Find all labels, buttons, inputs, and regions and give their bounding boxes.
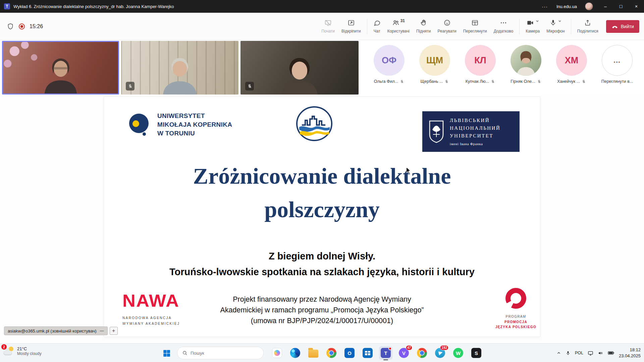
participant-name: Ханейчук ... — [557, 79, 580, 84]
battery-icon[interactable] — [608, 350, 614, 356]
video-tile-active-speaker[interactable] — [2, 41, 119, 95]
chrome-icon-2[interactable] — [415, 346, 429, 360]
notification-badge: 47 — [406, 345, 412, 350]
microphone-button[interactable]: Мікрофон — [543, 17, 568, 36]
chat-icon — [373, 19, 381, 26]
teams-app-icon — [4, 3, 10, 9]
mic-muted-icon — [126, 82, 135, 90]
slide-title: Zróżnicowanie dialektalne polszczyzny — [104, 159, 540, 226]
funding-text: Projekt finansowany przez Narodową Agenc… — [104, 294, 540, 326]
notification-badge: 2 — [1, 344, 7, 350]
file-explorer-icon[interactable] — [307, 346, 320, 360]
umk-logo: UNIWERSYTET MIKOŁAJA KOPERNIKA W TORUNIU — [129, 112, 232, 138]
microphone-icon — [549, 19, 557, 26]
hand-icon — [420, 19, 427, 26]
notification-badge: 192 — [440, 345, 448, 350]
smiley-icon — [443, 19, 451, 26]
video-tile-participant-3[interactable] — [240, 41, 359, 95]
copilot-icon[interactable] — [270, 346, 284, 360]
mic-muted-icon — [444, 79, 449, 84]
meeting-toolbar: 15:26 Почати Відкріпити Чат 31 Ко — [0, 13, 644, 40]
teams-icon[interactable]: T — [379, 346, 392, 360]
tray-time: 18:12 — [619, 347, 641, 353]
account-domain: lnu.edu.ua — [556, 4, 577, 9]
mic-muted-icon — [400, 79, 404, 84]
hang-up-icon — [611, 23, 618, 30]
chevron-down-icon[interactable] — [535, 19, 539, 23]
mic-muted-icon — [245, 82, 254, 90]
participants-button[interactable]: 31 Користувачі — [384, 17, 413, 36]
viber-icon[interactable]: V 47 — [397, 346, 411, 360]
participant-item[interactable]: ОФ Ольга Фил... — [366, 40, 412, 84]
participants-row: ОФ Ольга Фил... ЩМ Щербань ... КЛ Купчак… — [366, 40, 640, 84]
camera-button[interactable]: Камера — [523, 17, 543, 36]
speaker-silhouette — [32, 53, 90, 94]
account-avatar[interactable] — [585, 2, 593, 10]
start-share-button[interactable]: Почати — [318, 17, 338, 36]
toolbar-divider — [519, 19, 520, 34]
participant-item[interactable]: КЛ Купчак Лю... — [458, 40, 503, 84]
network-icon[interactable] — [588, 350, 593, 356]
teams-notification-dot — [388, 347, 392, 350]
react-button[interactable]: Реагувати — [435, 17, 460, 36]
mic-muted-icon — [491, 79, 495, 84]
start-button[interactable] — [160, 347, 173, 360]
participant-item[interactable]: ЩМ Щербань ... — [412, 40, 458, 84]
minimize-button[interactable]: – — [598, 0, 613, 13]
umk-logo-mark — [129, 114, 151, 136]
avatar: ОФ — [374, 45, 405, 76]
leave-button[interactable]: Вийти — [606, 20, 639, 33]
outlook-icon[interactable]: O — [343, 346, 356, 360]
avatar-photo — [511, 45, 541, 76]
telegram-icon[interactable]: 192 — [433, 346, 447, 360]
windows-logo-icon — [162, 349, 171, 358]
lviv-university-logo: ЛЬВІВСЬКИЙ НАЦІОНАЛЬНИЙ УНІВЕРСИТЕТ імен… — [422, 111, 520, 152]
teams-meeting-window: Wykład 6. Zróżnicowanie dialektalne pols… — [0, 0, 644, 362]
whatsapp-icon[interactable]: W — [451, 346, 465, 360]
expand-button[interactable]: + — [110, 327, 118, 335]
view-more-participants[interactable]: … Переглянути в... — [594, 40, 640, 84]
participant-name: Гірняк Оле... — [511, 79, 535, 84]
collapse-icon[interactable]: — — [100, 328, 104, 333]
pop-out-icon — [347, 19, 355, 26]
video-tile-participant-2[interactable] — [121, 41, 238, 95]
skype-icon[interactable]: S — [470, 346, 483, 360]
window-title: Wykład 6. Zróżnicowanie dialektalne pols… — [13, 4, 174, 9]
more-options-button[interactable]: Додатково — [491, 17, 517, 36]
avatar: КЛ — [465, 45, 496, 76]
titlebar-more-icon[interactable]: ··· — [536, 4, 553, 9]
presenter-toolbar: asiakw@o365.umk.pl (зовнішній користувач… — [4, 326, 118, 335]
people-icon — [392, 19, 399, 26]
more-participants-icon: … — [602, 45, 633, 76]
mic-in-use-icon[interactable] — [566, 351, 571, 356]
avatar: ЩМ — [419, 45, 450, 76]
search-input[interactable] — [191, 351, 251, 356]
grid-view-icon — [471, 19, 479, 26]
weather-condition: Mostly cloudy — [17, 351, 42, 356]
taskbar-clock[interactable]: 18:12 23.04.2025 — [619, 347, 641, 359]
participant-item[interactable]: ХМ Ханейчук ... — [549, 40, 594, 84]
close-button[interactable]: × — [629, 0, 644, 13]
share-button[interactable]: Поділитися — [574, 17, 601, 36]
unpin-button[interactable]: Відкріпити — [338, 17, 364, 36]
system-tray: POL 18:12 23.04.2025 — [556, 344, 641, 362]
weather-temp: 21°C — [17, 346, 42, 351]
store-icon[interactable] — [361, 346, 374, 360]
chevron-down-icon[interactable] — [558, 19, 562, 23]
volume-icon[interactable] — [598, 350, 603, 356]
edge-icon[interactable] — [288, 346, 302, 360]
language-indicator[interactable]: POL — [575, 351, 583, 355]
toolbar-divider — [367, 19, 367, 34]
chat-button[interactable]: Чат — [370, 17, 384, 36]
tray-chevron-up-icon[interactable] — [556, 351, 561, 355]
toolbar-divider — [571, 19, 571, 34]
taskbar-search[interactable] — [177, 347, 264, 359]
participant-name: Щербань ... — [421, 79, 443, 84]
raise-hand-button[interactable]: Підняти — [413, 17, 434, 36]
chrome-icon[interactable] — [325, 346, 338, 360]
view-button[interactable]: Переглянути — [460, 17, 490, 36]
maximize-button[interactable]: □ — [613, 0, 629, 13]
recording-icon — [19, 23, 25, 29]
weather-widget[interactable]: 2 21°C Mostly cloudy — [3, 346, 42, 356]
participant-item[interactable]: Гірняк Оле... — [503, 40, 549, 84]
